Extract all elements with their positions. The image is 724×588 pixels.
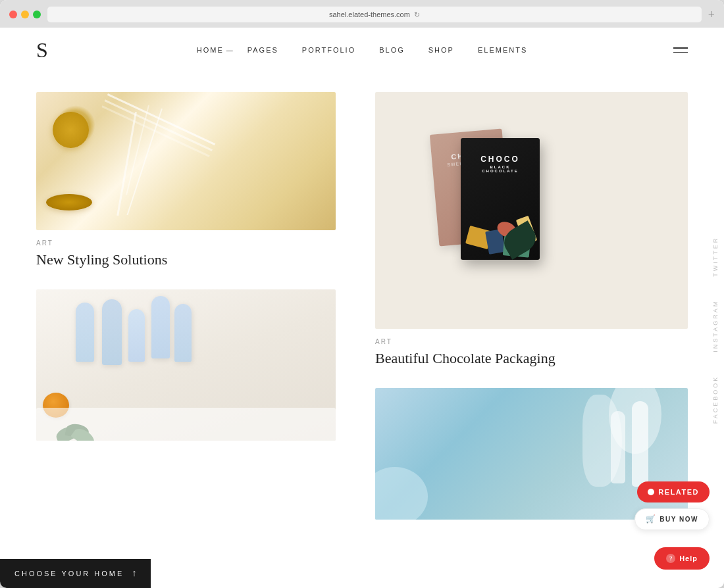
help-icon: ? [666,554,675,563]
social-sidebar: TWITTER INSTAGRAM FACEBOOK [712,237,724,424]
site-logo[interactable]: S [36,38,47,62]
related-button-label: RELATED [658,488,699,496]
choose-home-arrow: ↑ [132,568,136,579]
abstract-shape-3 [375,467,428,520]
bottle-2 [102,299,122,365]
related-dot-icon [648,489,654,495]
url-text: sahel.elated-themes.com [329,11,410,18]
buy-now-label: BUY NOW [659,516,698,523]
social-twitter[interactable]: TWITTER [712,237,719,277]
nav-pages[interactable]: PAGES [247,46,278,54]
post-card-2: CHOCO SWEET CARA... CHOCO BLACK CHOCOLAT… [375,92,688,368]
nav-portfolio[interactable]: PORTFOLIO [302,46,355,54]
post-card-3 [36,289,336,441]
post-title-1[interactable]: New Styling Solutions [36,251,336,270]
site-header: S HOME PAGES PORTFOLIO BLOG SHOP ELEMENT… [0,28,724,72]
choose-home-text: CHOOSE YOUR HOME [14,570,124,577]
site-nav: HOME PAGES PORTFOLIO BLOG SHOP ELEMENTS [197,46,528,54]
related-button[interactable]: RELATED [637,481,710,502]
choose-home-bar[interactable]: CHOOSE YOUR HOME ↑ [0,559,151,588]
bottle-silhouette-1 [632,401,648,487]
help-button-label: Help [679,554,698,562]
nav-shop[interactable]: SHOP [428,46,454,54]
bottle-silhouette-2 [611,411,625,483]
browser-chrome: sahel.elated-themes.com ↻ + [0,0,724,28]
golden-bowl [46,194,92,210]
browser-window: sahel.elated-themes.com ↻ + S HOME PAGES… [0,0,724,588]
golden-circle [53,112,89,148]
buy-now-button[interactable]: 🛒 BUY NOW [634,508,710,530]
page-content: S HOME PAGES PORTFOLIO BLOG SHOP ELEMENT… [0,28,724,588]
nav-elements[interactable]: ELEMENTS [478,46,527,54]
choco-subtitle: BLACK CHOCOLATE [471,165,530,173]
bottle-3 [128,309,145,362]
post-category-2: ART [375,338,688,345]
main-content: ART New Styling Solutions [0,72,724,588]
post-title-2[interactable]: Beautiful Chocolate Packaging [375,349,688,368]
choco-pattern [461,194,540,260]
choco-front-label: CHOCO BLACK CHOCOLATE [471,155,530,173]
social-instagram[interactable]: INSTAGRAM [712,300,719,353]
close-button[interactable] [9,11,17,18]
social-facebook[interactable]: FACEBOOK [712,376,719,424]
new-tab-button[interactable]: + [708,9,715,20]
minimize-button[interactable] [21,11,29,18]
post-category-1: ART [36,239,336,247]
traffic-lights [9,11,41,18]
nav-home[interactable]: HOME [197,46,224,54]
post-image-golden[interactable] [36,92,336,230]
refresh-icon[interactable]: ↻ [414,11,420,19]
post-image-chocolate[interactable]: CHOCO SWEET CARA... CHOCO BLACK CHOCOLAT… [375,92,688,329]
bottle-1 [76,303,94,362]
maximize-button[interactable] [33,11,41,18]
cloth-white [36,408,336,441]
left-column: ART New Styling Solutions [36,92,362,588]
bottle-4 [151,296,170,358]
post-image-bottles[interactable] [36,289,336,441]
hamburger-menu[interactable] [673,47,688,53]
cart-icon: 🛒 [646,514,656,524]
url-bar[interactable]: sahel.elated-themes.com ↻ [47,7,702,22]
post-card-1: ART New Styling Solutions [36,92,336,270]
choco-front: CHOCO BLACK CHOCOLATE [461,138,540,260]
nav-blog[interactable]: BLOG [379,46,405,54]
choco-name: CHOCO [471,155,530,164]
bottle-5 [174,304,192,362]
help-button[interactable]: ? Help [654,547,710,570]
content-grid: ART New Styling Solutions [0,72,724,588]
